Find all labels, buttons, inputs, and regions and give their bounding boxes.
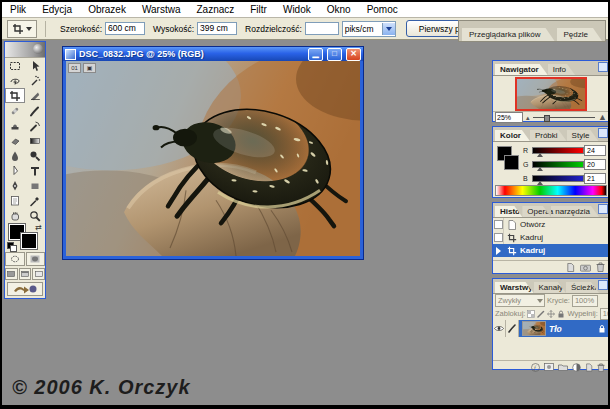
menu-plik[interactable]: Plik (2, 4, 34, 15)
crop-tool[interactable] (5, 88, 25, 103)
healing-brush-tool[interactable] (5, 103, 25, 118)
palette-collapse-button[interactable] (598, 128, 608, 138)
new-snapshot-icon[interactable] (580, 263, 591, 272)
zoom-in-icon[interactable]: ▲ (598, 113, 607, 122)
shape-tool[interactable] (25, 178, 45, 193)
zoom-slider-thumb[interactable] (544, 115, 550, 122)
tab-historia[interactable]: Historia (495, 206, 522, 217)
menu-zaznacz[interactable]: Zaznacz (188, 4, 242, 15)
slider-marker[interactable] (537, 167, 543, 171)
height-input[interactable]: 399 cm (197, 22, 237, 35)
menu-obrazek[interactable]: Obrazek (80, 4, 134, 15)
green-value-input[interactable]: 20 (584, 159, 606, 170)
history-state-open[interactable]: Otwórz (493, 218, 608, 231)
eraser-tool[interactable] (5, 133, 25, 148)
tab-brushes[interactable]: Pędzle (557, 28, 602, 41)
menu-okno[interactable]: Okno (319, 4, 359, 15)
menu-pomoc[interactable]: Pomoc (359, 4, 406, 15)
green-slider[interactable] (532, 161, 584, 168)
dodge-tool[interactable] (25, 148, 45, 163)
toolbox-header[interactable] (5, 42, 45, 58)
lock-paint-icon[interactable] (537, 309, 545, 318)
history-state-crop1[interactable]: Kadruj (493, 231, 608, 244)
menu-filtr[interactable]: Filtr (242, 4, 275, 15)
blur-tool[interactable] (5, 148, 25, 163)
red-slider[interactable] (532, 147, 584, 154)
notes-tool[interactable] (5, 193, 25, 208)
trash-icon[interactable] (597, 363, 605, 372)
width-input[interactable]: 600 cm (105, 22, 145, 35)
brush-tool[interactable] (25, 103, 45, 118)
history-source-checkbox[interactable] (493, 231, 504, 244)
clone-stamp-tool[interactable] (5, 118, 25, 133)
blue-value-input[interactable]: 21 (584, 173, 606, 184)
new-document-from-state-icon[interactable] (566, 263, 575, 272)
layer-group-icon[interactable] (558, 363, 568, 371)
zoom-slider[interactable] (533, 117, 596, 118)
adobe-online-icon[interactable] (33, 44, 43, 54)
tab-warstwy[interactable]: Warstwy (495, 282, 534, 293)
tab-info[interactable]: Info (548, 64, 575, 75)
tab-nawigator[interactable]: Nawigator (495, 64, 548, 75)
close-button[interactable]: ✕ (346, 48, 361, 61)
background-color-swatch[interactable] (504, 155, 519, 170)
menu-widok[interactable]: Widok (275, 4, 319, 15)
opacity-input[interactable]: 100% (572, 295, 598, 307)
history-state-crop2-selected[interactable]: Kadruj (493, 244, 608, 257)
palette-collapse-button[interactable] (598, 280, 608, 290)
palette-collapse-button[interactable] (598, 62, 608, 72)
move-tool[interactable] (25, 58, 45, 73)
tab-kolor[interactable]: Kolor (495, 130, 530, 141)
crop-tool-preset-button[interactable] (7, 20, 37, 38)
palette-collapse-button[interactable] (598, 204, 608, 214)
marquee-tool[interactable] (5, 58, 25, 73)
maximize-button[interactable]: □ (327, 48, 342, 61)
menu-warstwa[interactable]: Warstwa (134, 4, 189, 15)
blend-mode-select[interactable]: Zwykły (495, 294, 545, 307)
tab-sciezki[interactable]: Ścieżki (566, 282, 599, 293)
lock-all-icon[interactable] (557, 309, 565, 318)
trash-icon[interactable] (596, 262, 605, 272)
fill-input[interactable]: 100% (600, 308, 608, 320)
document-title-bar[interactable]: DSC_0832.JPG @ 25% (RGB) ▁ □ ✕ (63, 47, 363, 61)
navigator-thumbnail[interactable] (515, 77, 587, 111)
zoom-out-icon[interactable]: ▴ (526, 113, 530, 122)
slider-marker[interactable] (537, 181, 543, 185)
layer-visibility-toggle[interactable] (493, 320, 506, 337)
layer-row-background[interactable]: Tło (493, 320, 608, 337)
magic-wand-tool[interactable] (25, 73, 45, 88)
eyedropper-tool[interactable] (25, 193, 45, 208)
dropdown-arrow-icon[interactable] (382, 23, 395, 35)
path-select-tool[interactable] (5, 163, 25, 178)
gradient-tool[interactable] (25, 133, 45, 148)
tab-operacje[interactable]: Operacje (522, 206, 551, 217)
tab-probki[interactable]: Próbki (530, 130, 567, 141)
type-tool[interactable] (25, 163, 45, 178)
standard-screen-button[interactable] (5, 268, 18, 280)
quick-mask-button[interactable] (26, 252, 46, 266)
pen-tool[interactable] (5, 178, 25, 193)
lasso-tool[interactable] (5, 73, 25, 88)
default-colors-icon[interactable] (7, 242, 16, 250)
fullscreen-menu-button[interactable] (19, 268, 32, 280)
menu-edycja[interactable]: Edycja (34, 4, 80, 15)
lock-move-icon[interactable] (547, 309, 555, 318)
history-state-pointer[interactable] (493, 244, 504, 257)
history-source-checkbox[interactable] (493, 218, 504, 231)
canvas-area[interactable]: 01 ▣ (66, 61, 360, 256)
layer-thumbnail[interactable] (522, 321, 546, 336)
tab-file-browser[interactable]: Przeglądarka plików (462, 28, 555, 41)
zoom-tool[interactable] (25, 208, 45, 223)
minimize-button[interactable]: ▁ (308, 48, 323, 61)
resolution-input[interactable] (305, 22, 339, 35)
tab-style[interactable]: Style (567, 130, 599, 141)
slider-marker[interactable] (537, 153, 543, 157)
red-value-input[interactable]: 24 (584, 145, 606, 156)
layer-style-icon[interactable]: f (531, 363, 540, 372)
standard-mode-button[interactable] (5, 252, 25, 266)
imageready-button[interactable] (7, 282, 43, 296)
new-layer-icon[interactable] (585, 363, 593, 372)
fullscreen-button[interactable] (32, 268, 45, 280)
navigator-zoom-input[interactable]: 25% (495, 112, 523, 123)
background-color-swatch[interactable] (21, 233, 37, 249)
